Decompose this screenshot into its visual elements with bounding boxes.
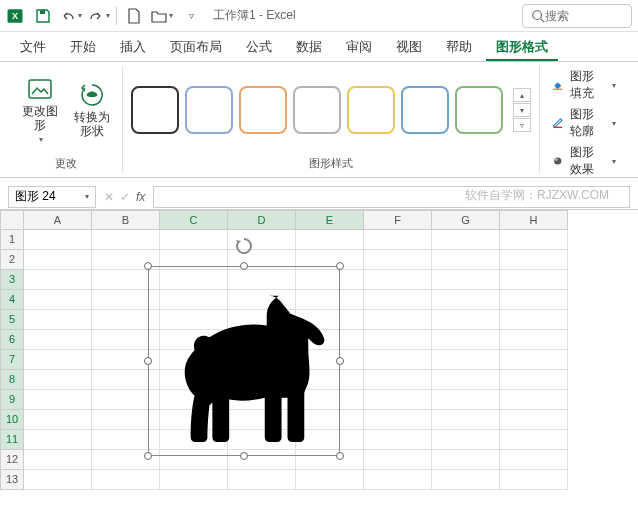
resize-handle-top-right[interactable] [336, 262, 344, 270]
save-button[interactable] [30, 3, 56, 29]
cell[interactable] [24, 310, 92, 330]
graphic-outline-button[interactable]: 图形轮廓▾ [552, 106, 616, 140]
cell[interactable] [24, 270, 92, 290]
name-box[interactable]: 图形 24 ▾ [8, 186, 96, 208]
cell[interactable] [500, 270, 568, 290]
cell[interactable] [24, 350, 92, 370]
cell[interactable] [364, 330, 432, 350]
cell[interactable] [92, 470, 160, 490]
formula-input[interactable]: 软件自学网：RJZXW.COM [153, 186, 630, 208]
col-header-A[interactable]: A [24, 210, 92, 230]
tab-graphics-format[interactable]: 图形格式 [486, 33, 558, 61]
cell[interactable] [296, 230, 364, 250]
row-header-9[interactable]: 9 [0, 390, 24, 410]
style-swatch-7[interactable] [455, 86, 503, 134]
cell[interactable] [160, 230, 228, 250]
style-swatch-2[interactable] [185, 86, 233, 134]
cell[interactable] [24, 470, 92, 490]
resize-handle-middle-left[interactable] [144, 357, 152, 365]
cell[interactable] [432, 430, 500, 450]
cell[interactable] [364, 290, 432, 310]
tab-formulas[interactable]: 公式 [236, 33, 282, 61]
selected-shape-frame[interactable] [148, 266, 340, 456]
row-header-3[interactable]: 3 [0, 270, 24, 290]
resize-handle-middle-right[interactable] [336, 357, 344, 365]
resize-handle-bottom-middle[interactable] [240, 452, 248, 460]
resize-handle-bottom-right[interactable] [336, 452, 344, 460]
cell[interactable] [364, 410, 432, 430]
cell[interactable] [500, 390, 568, 410]
cell[interactable] [500, 450, 568, 470]
resize-handle-top-middle[interactable] [240, 262, 248, 270]
search-input[interactable] [545, 9, 615, 23]
cell[interactable] [500, 250, 568, 270]
col-header-G[interactable]: G [432, 210, 500, 230]
cell[interactable] [432, 390, 500, 410]
new-file-button[interactable] [121, 3, 147, 29]
confirm-formula-icon[interactable]: ✓ [120, 190, 130, 204]
cell[interactable] [228, 470, 296, 490]
cell[interactable] [24, 410, 92, 430]
cell[interactable] [500, 430, 568, 450]
row-header-1[interactable]: 1 [0, 230, 24, 250]
cell[interactable] [432, 310, 500, 330]
cell[interactable] [24, 390, 92, 410]
cell[interactable] [432, 370, 500, 390]
spreadsheet-grid[interactable]: A B C D E F G H 12345678910111213 [0, 210, 638, 521]
fx-icon[interactable]: fx [136, 190, 145, 204]
graphic-fill-button[interactable]: 图形填充▾ [552, 68, 616, 102]
open-file-button[interactable]: ▾ [149, 3, 175, 29]
row-header-6[interactable]: 6 [0, 330, 24, 350]
row-header-4[interactable]: 4 [0, 290, 24, 310]
cell[interactable] [432, 410, 500, 430]
style-swatch-6[interactable] [401, 86, 449, 134]
cell[interactable] [24, 330, 92, 350]
cell[interactable] [364, 230, 432, 250]
cell[interactable] [364, 350, 432, 370]
rotate-handle-icon[interactable] [234, 236, 254, 260]
tab-home[interactable]: 开始 [60, 33, 106, 61]
qat-customize-button[interactable]: ▿ [177, 3, 203, 29]
cell[interactable] [364, 470, 432, 490]
row-header-12[interactable]: 12 [0, 450, 24, 470]
cell[interactable] [500, 370, 568, 390]
col-header-H[interactable]: H [500, 210, 568, 230]
style-swatch-1[interactable] [131, 86, 179, 134]
cell[interactable] [364, 310, 432, 330]
cell[interactable] [160, 470, 228, 490]
style-swatch-5[interactable] [347, 86, 395, 134]
search-box[interactable] [522, 4, 632, 28]
row-header-8[interactable]: 8 [0, 370, 24, 390]
cell[interactable] [364, 270, 432, 290]
redo-button[interactable]: ▾ [86, 3, 112, 29]
horse-icon[interactable] [160, 290, 328, 445]
tab-data[interactable]: 数据 [286, 33, 332, 61]
tab-review[interactable]: 审阅 [336, 33, 382, 61]
resize-handle-top-left[interactable] [144, 262, 152, 270]
cell[interactable] [364, 430, 432, 450]
style-swatch-4[interactable] [293, 86, 341, 134]
row-header-13[interactable]: 13 [0, 470, 24, 490]
cell[interactable] [500, 470, 568, 490]
row-header-10[interactable]: 10 [0, 410, 24, 430]
cell[interactable] [432, 250, 500, 270]
cell[interactable] [500, 330, 568, 350]
row-header-7[interactable]: 7 [0, 350, 24, 370]
cell[interactable] [24, 290, 92, 310]
row-header-5[interactable]: 5 [0, 310, 24, 330]
cell[interactable] [364, 370, 432, 390]
cell[interactable] [24, 230, 92, 250]
convert-to-shape-button[interactable]: 转换为形状 [70, 77, 114, 143]
cell[interactable] [432, 230, 500, 250]
col-header-F[interactable]: F [364, 210, 432, 230]
cell[interactable] [92, 230, 160, 250]
cell[interactable] [500, 350, 568, 370]
gallery-scroll-down[interactable]: ▾ [513, 103, 531, 117]
cell[interactable] [364, 390, 432, 410]
resize-handle-bottom-left[interactable] [144, 452, 152, 460]
cell[interactable] [364, 450, 432, 470]
tab-insert[interactable]: 插入 [110, 33, 156, 61]
graphic-effects-button[interactable]: 图形效果▾ [552, 144, 616, 178]
cell[interactable] [500, 310, 568, 330]
cell[interactable] [364, 250, 432, 270]
